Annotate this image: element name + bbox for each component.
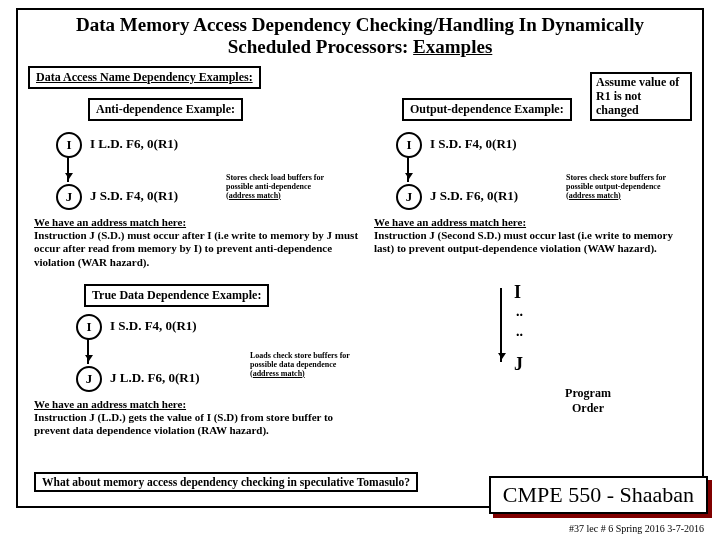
true-para-u: We have an address match here: <box>34 398 186 410</box>
true-note1: Loads check store buffers for possible d… <box>250 351 350 369</box>
po-I: I <box>514 282 521 303</box>
node-I: I <box>56 132 82 158</box>
true-J-instr: J L.D. F6, 0(R1) <box>110 370 200 386</box>
anti-para: We have an address match here: Instructi… <box>34 216 364 269</box>
node-I-true: I <box>76 314 102 340</box>
po-arrow <box>500 288 502 362</box>
true-para-body: Instruction J (L.D.) gets the value of I… <box>34 411 333 436</box>
arrow-IJ-out <box>407 156 409 182</box>
node-J-true: J <box>76 366 102 392</box>
po-label: Program Order <box>558 386 618 416</box>
out-note2: (address match) <box>566 191 621 200</box>
po-dots2: .. <box>516 324 523 340</box>
node-I-out: I <box>396 132 422 158</box>
true-I-instr: I S.D. F4, 0(R1) <box>110 318 197 334</box>
anti-note2: (address match) <box>226 191 281 200</box>
true-para: We have an address match here: Instructi… <box>34 398 354 438</box>
node-J: J <box>56 184 82 210</box>
anti-region: Anti-dependence Example: I I L.D. F6, 0(… <box>28 88 358 278</box>
po-J: J <box>514 354 523 375</box>
page-title: Data Memory Access Dependency Checking/H… <box>28 14 692 58</box>
anti-note1: Stores check load buffers for possible a… <box>226 173 324 191</box>
subhead-name-dep: Data Access Name Dependency Examples: <box>28 66 261 89</box>
po-dots1: .. <box>516 304 523 320</box>
out-I-instr: I S.D. F4, 0(R1) <box>430 136 517 152</box>
title-line2b: Examples <box>413 36 492 57</box>
out-para: We have an address match here: Instructi… <box>374 216 690 256</box>
out-region: Output-dependence Example: I I S.D. F4, … <box>368 88 698 278</box>
anti-I-instr: I L.D. F6, 0(R1) <box>90 136 178 152</box>
true-region: True Data Dependence Example: I I S.D. F… <box>28 280 388 480</box>
title-line1: Data Memory Access Dependency Checking/H… <box>76 14 644 35</box>
anti-label: Anti-dependence Example: <box>88 98 243 121</box>
out-note: Stores check store buffers for possible … <box>566 174 676 200</box>
node-J-out: J <box>396 184 422 210</box>
course-tag: CMPE 550 - Shaaban <box>489 476 708 514</box>
out-note1: Stores check store buffers for possible … <box>566 173 666 191</box>
anti-J-instr: J S.D. F4, 0(R1) <box>90 188 178 204</box>
question-box: What about memory access dependency chec… <box>34 472 418 492</box>
true-note: Loads check store buffers for possible d… <box>250 352 360 378</box>
out-J-instr: J S.D. F6, 0(R1) <box>430 188 518 204</box>
title-line2a: Scheduled Processors: <box>228 36 413 57</box>
arrow-IJ-true <box>87 338 89 364</box>
true-label: True Data Dependence Example: <box>84 284 269 307</box>
footer: #37 lec # 6 Spring 2016 3-7-2016 <box>569 523 704 534</box>
anti-note: Stores check load buffers for possible a… <box>226 174 336 200</box>
true-note2: (address match) <box>250 369 305 378</box>
anti-para-u: We have an address match here: <box>34 216 186 228</box>
progorder-region: I .. .. J Program Order <box>494 282 694 442</box>
arrow-IJ <box>67 156 69 182</box>
out-para-body: Instruction J (Second S.D.) must occur l… <box>374 229 673 254</box>
out-para-u: We have an address match here: <box>374 216 526 228</box>
out-label: Output-dependence Example: <box>402 98 572 121</box>
anti-para-body: Instruction J (S.D.) must occur after I … <box>34 229 358 267</box>
